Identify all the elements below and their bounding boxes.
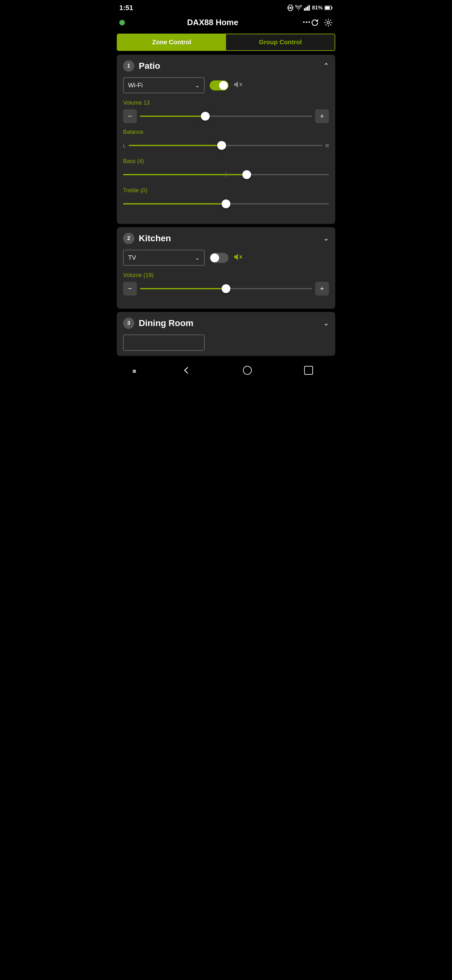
source-row-kitchen: TV ⌄ [123,250,329,266]
zone-header-patio[interactable]: 1 Patio ⌃ [117,55,335,77]
svg-rect-6 [307,6,308,11]
volume-decrease-kitchen[interactable]: − [123,282,137,296]
svg-rect-4 [304,8,305,11]
balance-right-label: R [325,143,329,148]
treble-label-patio: Treble (0) [123,187,329,194]
refresh-button[interactable] [311,19,319,27]
status-time: 1:51 [119,4,133,12]
source-dropdown-dining-room-partial[interactable] [123,334,205,351]
connection-indicator [119,20,125,25]
volume-label-kitchen: Volume (19) [123,272,329,278]
svg-rect-2 [287,6,288,10]
volume-slider-patio[interactable] [140,109,312,123]
bass-group-patio: Bass (4) [123,158,329,181]
app-title: DAX88 Home [125,18,300,27]
home-circle-icon [243,366,252,375]
header-left [119,20,125,25]
svg-rect-3 [293,6,293,10]
svg-rect-7 [309,5,310,11]
zone-number-3: 3 [123,318,134,329]
volume-group-kitchen: Volume (19) − + [123,272,329,296]
toggle-kitchen[interactable] [210,253,228,263]
zone-name-kitchen: Kitchen [139,233,171,243]
nav-back-button[interactable] [176,364,197,379]
nav-indicator [133,370,136,373]
toggle-patio[interactable] [210,80,228,91]
nav-home-button[interactable] [237,363,258,379]
battery-percent: 81% [312,5,323,11]
volume-group-patio: Volume 13 − + [123,100,329,123]
vibrate-icon [287,5,293,11]
zone-card-dining-room: 3 Dining Room ⌄ [117,312,335,356]
status-icons: 81% [287,5,333,11]
source-label-kitchen: TV [128,254,136,261]
signal-icon [304,5,310,11]
power-toggle-kitchen[interactable] [210,253,228,263]
more-options-dots[interactable]: ••• [303,19,311,26]
treble-slider-patio[interactable] [123,197,329,211]
svg-rect-1 [290,7,291,9]
balance-label-patio: Balance [123,129,329,135]
tab-zone-control[interactable]: Zone Control [117,34,226,50]
zone-body-kitchen: TV ⌄ Volume (19) − [117,250,335,309]
settings-button[interactable] [324,18,333,27]
header-actions [311,18,333,27]
source-chevron-patio: ⌄ [195,82,200,89]
zone-body-patio: Wi-Fi ⌄ Volume 13 − [117,77,335,224]
wifi-icon [295,5,302,11]
balance-slider-row-patio: L R [123,138,329,152]
balance-slider-patio[interactable] [129,138,322,152]
svg-point-11 [327,21,330,24]
power-toggle-patio[interactable] [210,80,228,91]
balance-group-patio: Balance L R [123,129,329,152]
source-row-patio: Wi-Fi ⌄ [123,77,329,93]
expand-chevron-dining-room[interactable]: ⌄ [323,319,329,327]
toggle-knob-patio [219,81,228,90]
zone-card-kitchen: 2 Kitchen ⌄ TV ⌄ [117,227,335,309]
bottom-nav [113,359,339,385]
zone-name-patio: Patio [139,61,160,71]
svg-rect-5 [305,7,307,11]
tab-bar: Zone Control Group Control [117,33,335,51]
toggle-knob-kitchen [210,253,219,262]
source-chevron-kitchen: ⌄ [195,255,200,261]
volume-label-patio: Volume 13 [123,100,329,106]
mute-button-patio[interactable] [233,81,242,90]
svg-rect-10 [331,7,332,9]
volume-slider-row-patio: − + [123,109,329,123]
volume-increase-patio[interactable]: + [315,109,329,123]
recent-square-icon [304,366,313,375]
treble-group-patio: Treble (0) [123,187,329,211]
volume-slider-row-kitchen: − + [123,282,329,296]
zone-number-1: 1 [123,60,134,72]
mute-button-kitchen[interactable] [233,253,242,262]
zone-body-dining-room-partial [117,334,335,356]
status-bar: 1:51 81% [113,0,339,14]
bass-slider-patio[interactable] [123,168,329,181]
source-dropdown-patio[interactable]: Wi-Fi ⌄ [123,77,205,93]
volume-decrease-patio[interactable]: − [123,109,137,123]
zone-header-dining-room[interactable]: 3 Dining Room ⌄ [117,312,335,334]
svg-rect-9 [325,6,330,10]
zone-card-patio: 1 Patio ⌃ Wi-Fi ⌄ [117,55,335,224]
source-dropdown-kitchen[interactable]: TV ⌄ [123,250,205,266]
zone-header-kitchen[interactable]: 2 Kitchen ⌄ [117,227,335,250]
tab-group-control[interactable]: Group Control [226,34,335,50]
balance-left-label: L [123,143,125,148]
nav-recent-button[interactable] [298,363,319,379]
zone-number-2: 2 [123,233,134,244]
collapse-chevron-patio[interactable]: ⌃ [323,62,329,70]
battery-icon [325,5,333,10]
volume-increase-kitchen[interactable]: + [315,282,329,296]
header: DAX88 Home ••• [113,14,339,32]
volume-slider-kitchen[interactable] [140,282,312,296]
source-label-patio: Wi-Fi [128,82,143,89]
zone-name-dining-room: Dining Room [139,318,193,328]
bass-label-patio: Bass (4) [123,158,329,165]
expand-chevron-kitchen[interactable]: ⌄ [323,234,329,242]
